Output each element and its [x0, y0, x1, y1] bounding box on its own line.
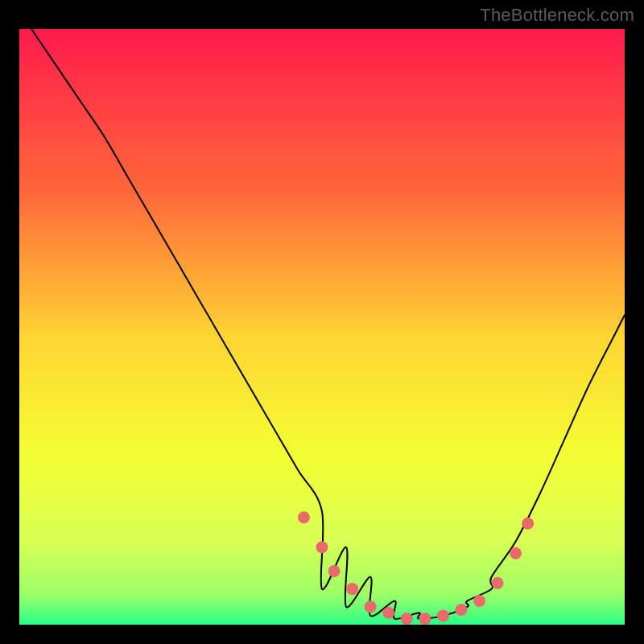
chart-frame: TheBottleneck.com: [0, 0, 644, 644]
watermark-text: TheBottleneck.com: [480, 5, 634, 26]
marker-dot: [455, 604, 467, 616]
marker-dot: [365, 601, 377, 613]
marker-dot: [316, 541, 328, 553]
marker-dot: [328, 565, 341, 577]
marker-dot: [382, 607, 394, 619]
plot-svg: [19, 29, 625, 625]
marker-dot: [522, 518, 534, 530]
marker-dot: [298, 511, 310, 523]
marker-dot: [510, 547, 522, 559]
marker-dot: [492, 577, 504, 589]
plot-area: [19, 29, 625, 625]
marker-dot: [473, 595, 485, 607]
marker-dot: [419, 613, 431, 625]
marker-dot: [346, 583, 358, 595]
marker-dot: [437, 609, 449, 621]
marker-dot: [401, 613, 413, 625]
gradient-background: [19, 29, 625, 625]
